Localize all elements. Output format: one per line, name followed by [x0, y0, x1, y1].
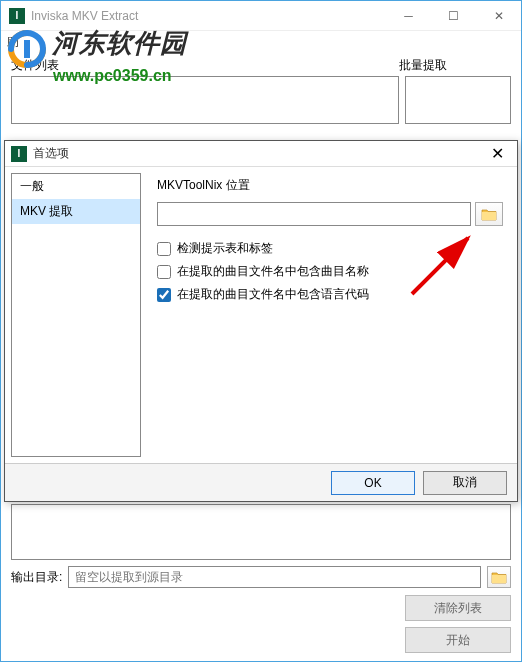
close-button[interactable]: ✕	[476, 1, 521, 31]
app-icon: I	[9, 8, 25, 24]
check-language-label: 在提取的曲目文件名中包含语言代码	[177, 286, 369, 303]
output-label: 输出目录:	[11, 569, 62, 586]
check-include-trackname[interactable]: 在提取的曲目文件名中包含曲目名称	[157, 263, 503, 280]
file-list[interactable]	[11, 76, 399, 124]
pref-sidebar: 一般 MKV 提取	[11, 173, 141, 457]
pref-title: 首选项	[33, 145, 477, 162]
main-title: Inviska MKV Extract	[31, 9, 386, 23]
output-browse-button[interactable]	[487, 566, 511, 588]
preferences-dialog: I 首选项 ✕ 一般 MKV 提取 MKVToolNix 位置 检测提示表和标签…	[4, 140, 518, 502]
pref-app-icon: I	[11, 146, 27, 162]
maximize-button[interactable]: ☐	[431, 1, 476, 31]
right-buttons: 清除列表 开始	[405, 595, 511, 653]
path-row	[157, 202, 503, 226]
file-list-label: 文件列表	[11, 57, 399, 74]
folder-icon	[491, 570, 507, 584]
window-controls: ─ ☐ ✕	[386, 1, 521, 31]
checkbox-trackname[interactable]	[157, 265, 171, 279]
list-labels: 文件列表 批量提取	[1, 53, 521, 76]
cancel-button[interactable]: 取消	[423, 471, 507, 495]
ok-button[interactable]: OK	[331, 471, 415, 495]
pref-close-button[interactable]: ✕	[477, 141, 517, 167]
folder-icon	[481, 207, 497, 221]
lists-row	[1, 76, 521, 124]
minimize-button[interactable]: ─	[386, 1, 431, 31]
check-detect-chapters[interactable]: 检测提示表和标签	[157, 240, 503, 257]
check-trackname-label: 在提取的曲目文件名中包含曲目名称	[177, 263, 369, 280]
check-include-language[interactable]: 在提取的曲目文件名中包含语言代码	[157, 286, 503, 303]
pref-footer: OK 取消	[5, 463, 517, 501]
menu-help[interactable]: 助	[7, 34, 19, 51]
output-row: 输出目录:	[1, 560, 521, 594]
checkbox-detect[interactable]	[157, 242, 171, 256]
pref-titlebar: I 首选项 ✕	[5, 141, 517, 167]
menubar: 助	[1, 31, 521, 53]
batch-label: 批量提取	[399, 57, 511, 74]
checkbox-language[interactable]	[157, 288, 171, 302]
pref-content: MKVToolNix 位置 检测提示表和标签 在提取的曲目文件名中包含曲目名称 …	[141, 167, 517, 463]
output-dir-input[interactable]	[68, 566, 481, 588]
sidebar-item-mkv[interactable]: MKV 提取	[12, 199, 140, 224]
start-button[interactable]: 开始	[405, 627, 511, 653]
bottom-list[interactable]	[11, 504, 511, 560]
main-titlebar: I Inviska MKV Extract ─ ☐ ✕	[1, 1, 521, 31]
check-detect-label: 检测提示表和标签	[177, 240, 273, 257]
pref-body: 一般 MKV 提取 MKVToolNix 位置 检测提示表和标签 在提取的曲目文…	[5, 167, 517, 463]
mkvtoolnix-path-label: MKVToolNix 位置	[157, 177, 503, 194]
mkvtoolnix-path-input[interactable]	[157, 202, 471, 226]
batch-list[interactable]	[405, 76, 511, 124]
sidebar-item-general[interactable]: 一般	[12, 174, 140, 199]
mkvtoolnix-browse-button[interactable]	[475, 202, 503, 226]
clear-list-button[interactable]: 清除列表	[405, 595, 511, 621]
